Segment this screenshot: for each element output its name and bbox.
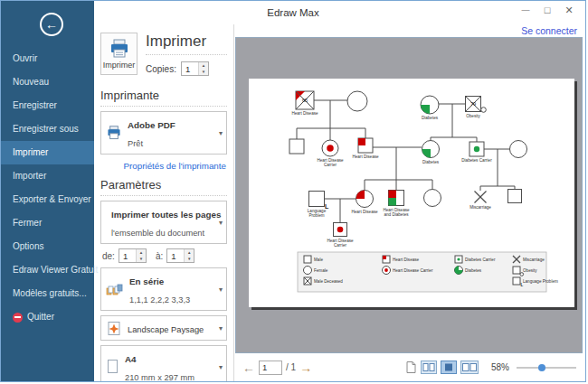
- printer-section-header: Imprimante: [100, 81, 227, 107]
- page-range-row: de: 1 ▲▼ à: 1 ▲▼: [102, 248, 225, 263]
- sidebar-item-label: Quitter: [27, 305, 54, 329]
- print-panel: Imprimer Imprimer Copies: 1 ▲▼ Imprimant…: [94, 24, 234, 381]
- svg-text:Obesity: Obesity: [466, 114, 480, 118]
- stepper-arrows-icon[interactable]: ▲▼: [184, 249, 194, 262]
- orientation-select[interactable]: Landscape Paysage ▾: [100, 315, 227, 341]
- orientation-icon: [106, 321, 122, 336]
- sidebar-items: OuvrirNouveauEnregistrerEnregistrer sous…: [1, 47, 94, 329]
- sign-in-link[interactable]: Se connecter: [521, 25, 577, 36]
- svg-text:Heart Diseaseand Diabetes: Heart Diseaseand Diabetes: [383, 208, 410, 217]
- chevron-down-icon: ▾: [219, 324, 223, 332]
- svg-text:79: 79: [470, 101, 476, 107]
- sidebar-item-label: Nouveau: [13, 70, 49, 94]
- svg-text:Diabetes Carrier: Diabetes Carrier: [465, 258, 496, 262]
- sidebar-item-mod-les-gratuits[interactable]: Modèles gratuits...: [1, 282, 94, 305]
- sidebar-item-label: Imprimer: [13, 141, 48, 164]
- print-preview-page: 65Heart DiseaseDiabetes79ObesityHeart Di…: [249, 79, 574, 307]
- svg-text:Male: Male: [314, 258, 323, 262]
- paper-size-select[interactable]: A4 210 mm x 297 mm ▾: [100, 345, 227, 382]
- range-from-stepper[interactable]: 1 ▲▼: [119, 248, 147, 263]
- page-total-label: / 1: [286, 362, 296, 372]
- sidebar-item-imprimer[interactable]: Imprimer: [1, 141, 94, 164]
- sidebar-item-label: Exporter & Envoyer: [13, 188, 91, 211]
- range-to-label: à:: [156, 251, 163, 261]
- settings-section-header: Paramètres: [100, 171, 227, 196]
- range-to-stepper[interactable]: 1 ▲▼: [166, 248, 194, 263]
- svg-text:Language Problem: Language Problem: [523, 279, 558, 284]
- page-number-input[interactable]: [259, 361, 282, 375]
- printer-small-icon: [106, 126, 122, 140]
- back-button[interactable]: ←: [40, 13, 63, 36]
- page-title: Imprimer: [146, 33, 227, 55]
- svg-text:Heart Disease Carrier: Heart Disease Carrier: [393, 268, 433, 273]
- sidebar-item-ouvrir[interactable]: Ouvrir: [1, 47, 94, 70]
- printer-icon: [109, 39, 130, 59]
- orientation-label: Landscape Paysage: [128, 325, 204, 334]
- sidebar-item-importer[interactable]: Importer: [1, 164, 94, 188]
- collate-select[interactable]: En série 1,1,1 2,2,2 3,3,3 ▾: [100, 267, 227, 311]
- close-button[interactable]: ✕: [558, 3, 580, 18]
- sidebar-item-options[interactable]: Options: [1, 235, 94, 258]
- copies-stepper[interactable]: 1 ▲▼: [181, 61, 209, 76]
- print-button[interactable]: Imprimer: [100, 33, 138, 75]
- preview-area: 65Heart DiseaseDiabetes79ObesityHeart Di…: [235, 37, 583, 353]
- svg-text:Female: Female: [314, 268, 328, 273]
- sidebar-item-exporter-envoyer[interactable]: Exporter & Envoyer: [1, 188, 94, 211]
- printer-properties-link[interactable]: Propriétés de l'imprimante: [94, 159, 233, 171]
- collate-subtitle: 1,1,1 2,2,2 3,3,3: [129, 295, 190, 304]
- svg-text:Diabetes: Diabetes: [422, 160, 440, 164]
- printer-select[interactable]: Adobe PDF Prêt ▾: [100, 111, 227, 155]
- sidebar: ← OuvrirNouveauEnregistrerEnregistrer so…: [1, 1, 94, 381]
- range-to-value: 1: [167, 249, 184, 262]
- collate-icon: [106, 282, 124, 297]
- chevron-down-icon: ▾: [219, 286, 223, 294]
- window-controls: — □ ✕: [515, 3, 580, 18]
- svg-text:Obesity: Obesity: [523, 268, 537, 273]
- svg-text:Diabetes: Diabetes: [465, 268, 482, 273]
- previous-page-icon[interactable]: ←: [242, 361, 255, 375]
- svg-text:Male Deceased: Male Deceased: [314, 279, 343, 284]
- quit-icon: [13, 313, 23, 323]
- paper-subtitle: 210 mm x 297 mm: [125, 373, 194, 382]
- copies-label: Copies:: [146, 64, 176, 74]
- fit-width-view-icon[interactable]: [460, 361, 479, 374]
- zoom-slider[interactable]: [517, 363, 576, 372]
- printer-name: Adobe PDF: [128, 120, 175, 130]
- svg-text:Heart Disease: Heart Disease: [291, 111, 318, 116]
- sidebar-item-edraw-viewer-gratuit[interactable]: Edraw Viewer Gratuit: [1, 258, 94, 282]
- sidebar-item-enregistrer[interactable]: Enregistrer: [1, 94, 94, 117]
- svg-text:65: 65: [302, 98, 308, 103]
- zoom-slider-track[interactable]: [517, 367, 576, 369]
- svg-text:Heart DiseaseCarrier: Heart DiseaseCarrier: [317, 158, 344, 167]
- zoom-level-label: 58%: [491, 362, 509, 372]
- sidebar-item-fermer[interactable]: Fermer: [1, 211, 94, 235]
- stepper-arrows-icon[interactable]: ▲▼: [136, 249, 146, 262]
- svg-text:Diabetes Carrier: Diabetes Carrier: [461, 158, 492, 163]
- page-range-title: Imprimer toutes les pages: [111, 210, 221, 220]
- svg-text:Heart Disease: Heart Disease: [351, 210, 378, 214]
- stepper-arrows-icon[interactable]: ▲▼: [198, 62, 208, 75]
- two-page-view-icon[interactable]: [421, 361, 437, 374]
- sidebar-item-label: Options: [13, 235, 43, 258]
- sidebar-item-nouveau[interactable]: Nouveau: [1, 70, 94, 94]
- maximize-button[interactable]: □: [536, 3, 558, 18]
- range-from-value: 1: [119, 249, 136, 262]
- single-page-view-icon[interactable]: [405, 361, 417, 374]
- chevron-down-icon: ▾: [219, 363, 223, 371]
- minimize-button[interactable]: —: [515, 3, 536, 18]
- zoom-slider-thumb[interactable]: [538, 364, 545, 371]
- page-range-subtitle: l'emsemble du document: [111, 229, 204, 238]
- preview-toolbar: ← / 1 → 58%: [235, 353, 585, 381]
- full-page-view-icon[interactable]: [441, 361, 457, 374]
- next-page-icon[interactable]: →: [299, 361, 312, 375]
- paper-icon: [106, 359, 119, 375]
- sidebar-item-label: Edraw Viewer Gratuit: [13, 258, 98, 282]
- sidebar-item-label: Enregistrer: [13, 94, 57, 117]
- sidebar-item-enregistrer-sous[interactable]: Enregistrer sous: [1, 117, 94, 141]
- sidebar-item-quitter[interactable]: Quitter: [1, 305, 94, 329]
- svg-text:Heart Disease: Heart Disease: [393, 258, 420, 262]
- sidebar-item-label: Enregistrer sous: [13, 117, 79, 141]
- sidebar-item-label: Importer: [13, 164, 46, 188]
- svg-text:Miscarriage: Miscarriage: [469, 205, 491, 210]
- page-range-select[interactable]: Imprimer toutes les pages l'emsemble du …: [100, 201, 227, 244]
